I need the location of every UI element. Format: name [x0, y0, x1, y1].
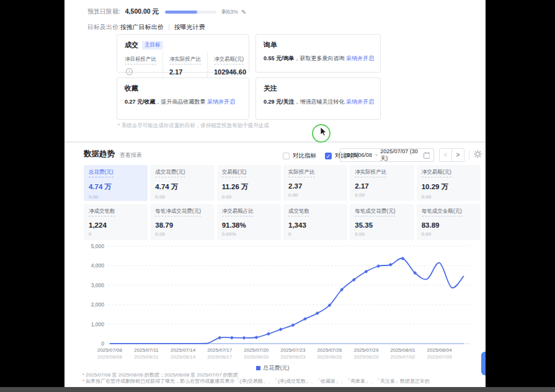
metric-compare-value: 0.00: [355, 192, 409, 198]
svg-text:2025/07/23: 2025/07/23: [280, 347, 306, 353]
goal-note: * 系统会尽可能达成你设置的目标，保持稳定投放有助于提升达成: [118, 122, 269, 130]
metric-card[interactable]: 每笔成交金额(元)83.890.00: [417, 204, 481, 240]
metric-card[interactable]: 总花费(元)4.74 万0.00: [84, 165, 148, 201]
date-range-picker[interactable]: 2025/06/08 ~ 2025/07/07 (30天): [340, 148, 434, 162]
compare-metric-checkbox[interactable]: [283, 153, 290, 159]
metric-value: 2.17: [355, 182, 409, 190]
metric-value: 35.35: [355, 221, 409, 229]
metric-compare-value: 0: [288, 231, 342, 237]
metric-compare-value: 0.00: [422, 231, 476, 237]
metric-compare-value: 0.00: [155, 231, 209, 237]
metric-compare-value: 0.00: [155, 194, 209, 200]
metric-value: 83.89: [422, 221, 476, 229]
metric-card[interactable]: 净实际投产比2.170.00: [350, 165, 414, 201]
floating-side-tab[interactable]: [481, 352, 486, 375]
legend-marker: [256, 366, 260, 370]
budget-row: 预算日限额: 4,500.00 元 剩63% ✎: [87, 7, 246, 16]
svg-text:2025/07/02: 2025/07/02: [391, 354, 416, 360]
metric-card[interactable]: 交易额(元)11.26 万0.00: [217, 165, 281, 201]
metric-value: 91.38%: [222, 221, 276, 229]
metric-compare-value: 0.00: [288, 192, 342, 198]
adopt-enable-link[interactable]: 采纳并开启: [346, 55, 374, 61]
metric-card[interactable]: 成交花费(元)4.74 万0.00: [150, 165, 214, 201]
info-icon[interactable]: i: [126, 68, 133, 75]
metric-label: 成交笔数: [288, 208, 309, 216]
svg-text:2025/07/08: 2025/07/08: [97, 347, 123, 353]
goal-card-follow[interactable]: 关注 0.29 元/关注，增强店铺关注转化 采纳并开启: [255, 78, 381, 120]
bidding-option-exposure[interactable]: 按曝光计费: [174, 23, 205, 32]
adopt-enable-link[interactable]: 采纳并开启: [346, 99, 374, 105]
metric-label: 每笔成交花费(元): [355, 208, 395, 216]
svg-text:2025/06/20: 2025/06/20: [244, 354, 269, 360]
metric-card[interactable]: 净交易额(元)10.29 万0.00: [417, 165, 481, 201]
metric-label: 净交易额占比: [222, 208, 254, 216]
metric-card[interactable]: 净成交笔数1,2240: [84, 204, 148, 240]
metric-label: 净成交笔数: [89, 208, 115, 216]
svg-text:2025/07/14: 2025/07/14: [171, 347, 196, 353]
metric-value: 38.79: [155, 221, 209, 229]
date-start: 2025/06/08: [344, 152, 372, 158]
view-report-link[interactable]: 查看报表: [120, 151, 142, 159]
metric-card[interactable]: 每笔成交花费(元)35.350.00: [350, 204, 414, 240]
metric-compare-value: 0.00: [89, 194, 143, 200]
metric-label: 成交花费(元): [155, 169, 185, 177]
edit-budget-icon[interactable]: ✎: [241, 9, 246, 16]
svg-text:1,000: 1,000: [91, 321, 105, 327]
budget-progress-bar: [165, 11, 216, 14]
svg-text:4,000: 4,000: [91, 262, 105, 269]
bidding-divider: [169, 24, 169, 30]
chart-footnote-2: * 如果推广在暂停或删除前已经获得了曝光，那么在暂停或重建后展示「(净)交易额」…: [82, 378, 430, 385]
bidding-option-goal[interactable]: 按推广目标出价: [120, 23, 164, 32]
metric-compare-value: 0.00%: [222, 231, 276, 237]
goal-card-deal[interactable]: 成交主目标 净目标投产比i 2.45 ✎ 净实际投产比 2.17 净交易额(元)…: [117, 34, 249, 73]
budget-value: 4,500.00 元: [125, 7, 159, 16]
svg-text:5,000: 5,000: [91, 243, 105, 249]
trend-line-chart[interactable]: 01,0002,0003,0004,0005,0002025/07/082025…: [79, 239, 486, 367]
metric-label: 净交易额(元): [422, 169, 451, 177]
adopt-enable-link[interactable]: 采纳并开启: [207, 99, 235, 105]
budget-progress-fill: [165, 11, 197, 14]
metric-value: 4.74 万: [155, 182, 209, 192]
settings-gear-icon[interactable]: [474, 150, 482, 158]
metric-label: 净实际投产比: [355, 169, 386, 177]
calendar-icon: [424, 152, 430, 159]
date-next-button[interactable]: >: [451, 148, 464, 162]
svg-text:2,000: 2,000: [91, 301, 105, 308]
compare-time-checkbox[interactable]: ✓: [325, 153, 332, 159]
metric-label: 实际投产比: [288, 169, 315, 177]
svg-text:2025/06/14: 2025/06/14: [171, 354, 196, 360]
svg-text:2025/08/01: 2025/08/01: [391, 347, 416, 353]
svg-text:2025/06/11: 2025/06/11: [134, 354, 159, 360]
metric-label: 总花费(元): [89, 169, 113, 177]
metric-card[interactable]: 净交易额占比91.38%0.00%: [217, 204, 281, 240]
budget-label: 预算日限额:: [87, 7, 120, 16]
metric-compare-value: 0.00: [422, 194, 476, 200]
svg-text:2025/06/08: 2025/06/08: [97, 354, 123, 360]
date-prev-button[interactable]: <: [439, 148, 452, 162]
promotion-settings-panel: 预算日限额: 4,500.00 元 剩63% ✎ 目标及出价: 按推广目标出价 …: [64, 0, 486, 143]
budget-remaining: 剩63%: [221, 8, 238, 16]
compare-metric-label: 对比指标: [293, 152, 316, 160]
goal-card-inquiry[interactable]: 询单 0.55 元/询单，获取更多意向咨询 采纳并开启: [255, 34, 381, 73]
svg-text:2025/07/11: 2025/07/11: [134, 347, 159, 353]
svg-text:2025/07/17: 2025/07/17: [207, 347, 233, 353]
date-end: 2025/07/07 (30天): [380, 148, 423, 163]
metric-compare-value: 0: [89, 231, 143, 237]
svg-text:2025/06/17: 2025/06/17: [207, 354, 233, 360]
metric-card[interactable]: 实际投产比2.370.00: [283, 165, 347, 201]
metric-value: 10.29 万: [422, 182, 476, 192]
metric-value: 4.74 万: [89, 182, 143, 192]
controls-divider: [469, 151, 469, 159]
svg-text:2025/07/20: 2025/07/20: [244, 347, 269, 353]
metric-card[interactable]: 每笔净成交花费(元)38.790.00: [150, 204, 214, 240]
svg-text:0: 0: [101, 341, 104, 347]
svg-text:2025/06/29: 2025/06/29: [353, 354, 379, 360]
goal-card-follow-title: 关注: [264, 84, 277, 93]
main-goal-badge: 主目标: [142, 41, 163, 50]
svg-text:3,000: 3,000: [91, 282, 105, 288]
goal-card-favorite[interactable]: 收藏 0.27 元/收藏，提升商品收藏数量 采纳并开启: [117, 78, 249, 120]
svg-text:2025/08/04: 2025/08/04: [427, 347, 453, 353]
metric-compare-value: 0.00: [222, 194, 276, 200]
metric-card[interactable]: 成交笔数1,3430: [283, 204, 347, 240]
metric-value: 1,224: [89, 221, 143, 229]
